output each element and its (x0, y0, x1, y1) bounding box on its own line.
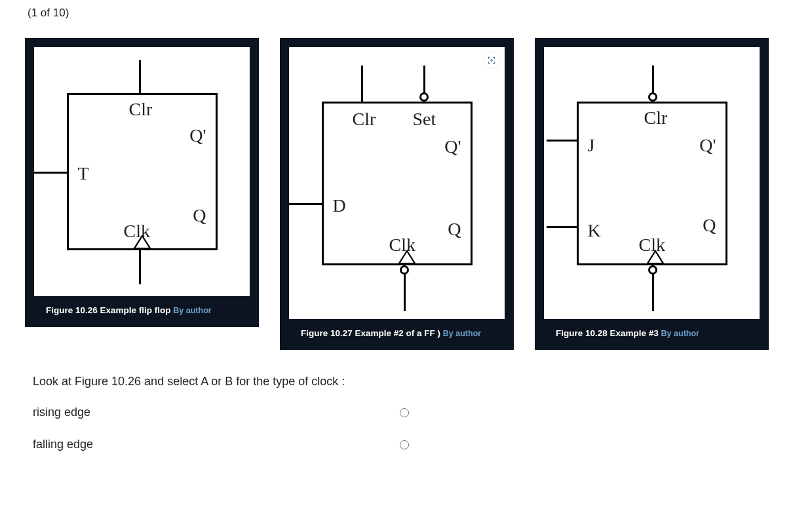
label-j: J (588, 135, 595, 156)
label-qn: Q' (444, 136, 461, 157)
figure-drawing: Clr J K Clk Q Q' (544, 47, 760, 319)
lead-k (547, 226, 577, 228)
figure-row: Clr T Clk Q Q' Figure 10.26 Example flip… (25, 38, 787, 350)
lead-clk-bottom (652, 273, 654, 311)
caption-title: Figure 10.26 Example flip flop (46, 305, 173, 315)
lead-d (289, 203, 322, 205)
option-row: rising edge (33, 406, 787, 419)
caption-attrib: By author (443, 329, 481, 338)
lead-clr-top (361, 66, 363, 102)
caption-attrib: By author (173, 306, 211, 315)
clock-edge-triangle (133, 235, 151, 249)
clock-edge-triangle (398, 250, 416, 264)
lens-icon[interactable] (484, 52, 499, 68)
svg-point-0 (491, 60, 492, 61)
label-clr: Clr (644, 107, 668, 128)
figure-card-10-26: Clr T Clk Q Q' Figure 10.26 Example flip… (25, 38, 259, 327)
option-radio-b[interactable] (400, 440, 409, 449)
lead-t (34, 172, 67, 174)
caption-title: Figure 10.27 Example #2 of a FF ) (301, 328, 443, 338)
flip-flop-box: Clr Set D Clk Q Q' (322, 102, 473, 265)
figure-drawing: Clr Set D Clk Q Q' (289, 47, 505, 319)
label-clr: Clr (353, 109, 376, 130)
figure-card-10-27: Clr Set D Clk Q Q' Figure 10.27 Example … (280, 38, 514, 350)
option-label: falling edge (33, 438, 400, 451)
label-q: Q (703, 215, 716, 236)
label-qn: Q' (189, 125, 206, 146)
question-prompt: Look at Figure 10.26 and select A or B f… (33, 375, 787, 389)
lead-j (547, 140, 577, 142)
figure-caption: Figure 10.26 Example flip flop By author (34, 296, 250, 327)
clock-edge-triangle (646, 250, 665, 264)
option-label: rising edge (33, 406, 400, 419)
label-qn: Q' (699, 135, 716, 156)
figure-card-10-28: Clr J K Clk Q Q' Figure 10.28 Example #3… (535, 38, 769, 350)
label-t: T (78, 163, 89, 184)
bubble-clr (648, 92, 657, 102)
label-d: D (333, 195, 346, 216)
flip-flop-box: Clr J K Clk Q Q' (577, 102, 727, 265)
lead-clr-top (139, 60, 141, 93)
lead-clr-top (652, 66, 654, 93)
label-q: Q (448, 219, 461, 240)
label-k: K (588, 220, 601, 241)
label-set: Set (413, 109, 436, 130)
lead-clk-bottom (139, 250, 141, 284)
bubble-set (419, 92, 429, 102)
figure-drawing: Clr T Clk Q Q' (34, 47, 250, 296)
question-counter: (1 of 10) (28, 7, 787, 20)
option-row: falling edge (33, 438, 787, 451)
label-q: Q (193, 205, 206, 226)
question-block: Look at Figure 10.26 and select A or B f… (25, 375, 787, 451)
flip-flop-box: Clr T Clk Q Q' (67, 93, 218, 250)
option-radio-a[interactable] (400, 408, 409, 417)
figure-caption: Figure 10.28 Example #3 By author (544, 319, 760, 350)
label-clr: Clr (129, 99, 153, 120)
caption-title: Figure 10.28 Example #3 (556, 328, 661, 338)
caption-attrib: By author (661, 329, 699, 338)
lead-clk-bottom (404, 273, 406, 311)
figure-caption: Figure 10.27 Example #2 of a FF ) By aut… (289, 319, 505, 350)
lead-set-top (423, 66, 425, 93)
